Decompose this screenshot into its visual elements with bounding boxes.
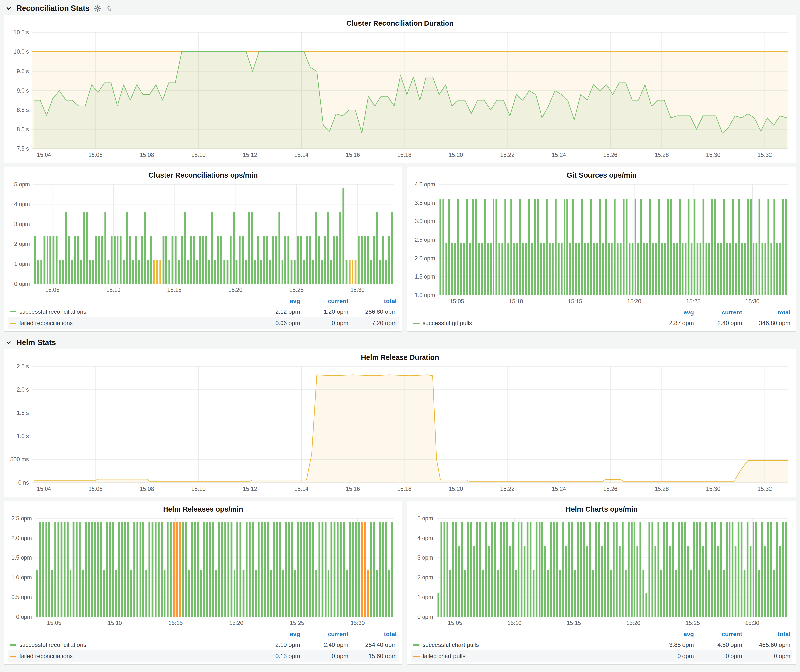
panel-title[interactable]: Cluster Reconciliations ops/min bbox=[8, 170, 398, 181]
legend-value: 0.13 opm bbox=[252, 653, 300, 660]
legend-series-name[interactable]: successful reconciliations bbox=[10, 308, 252, 315]
legend-value: 0.06 opm bbox=[252, 320, 300, 326]
svg-text:15:30: 15:30 bbox=[350, 287, 365, 293]
legend-series-name[interactable]: failed reconciliations bbox=[10, 320, 252, 326]
legend: avgcurrenttotalsuccessful chart pulls3.8… bbox=[411, 628, 792, 662]
legend-value: 0 opm bbox=[742, 653, 790, 660]
legend-sort-avg[interactable]: avg bbox=[252, 298, 300, 305]
svg-text:8.0 s: 8.0 s bbox=[17, 126, 29, 133]
section-title[interactable]: Reconciliation Stats bbox=[16, 4, 90, 13]
svg-text:3 opm: 3 opm bbox=[14, 221, 30, 227]
panel-helm-release-duration: Helm Release Duration 2.5 s2.0 s1.5 s1.0… bbox=[4, 349, 796, 497]
legend-sort-avg[interactable]: avg bbox=[646, 309, 694, 316]
svg-text:15:20: 15:20 bbox=[449, 486, 463, 492]
svg-text:15:15: 15:15 bbox=[567, 620, 581, 626]
legend-sort-current[interactable]: current bbox=[694, 631, 742, 638]
legend-sort-avg[interactable]: avg bbox=[252, 631, 300, 638]
legend-value: 2.12 opm bbox=[252, 308, 300, 315]
svg-text:15:08: 15:08 bbox=[140, 152, 154, 158]
time-series-chart[interactable]: 10.5 s10.0 s9.5 s9.0 s8.5 s8.0 s7.5 s15:… bbox=[8, 29, 792, 160]
legend-row: successful git pulls2.87 opm2.40 opm346.… bbox=[411, 317, 792, 329]
legend-sort-avg[interactable]: avg bbox=[646, 631, 694, 638]
svg-text:2 opm: 2 opm bbox=[14, 241, 30, 247]
svg-text:1.0 opm: 1.0 opm bbox=[11, 574, 32, 581]
series-color-dash bbox=[413, 323, 419, 324]
panel-helm-charts: Helm Charts ops/min 5 opm4 opm3 opm2 opm… bbox=[407, 501, 796, 665]
legend-value: 0 opm bbox=[300, 320, 348, 326]
svg-text:0 opm: 0 opm bbox=[417, 614, 433, 620]
svg-text:15:18: 15:18 bbox=[397, 152, 412, 158]
legend-sort-current[interactable]: current bbox=[300, 298, 348, 305]
legend-value: 0 opm bbox=[300, 653, 348, 660]
bar-chart[interactable]: 5 opm4 opm3 opm2 opm1 opm0 opm15:0515:10… bbox=[8, 181, 398, 295]
legend-series-name[interactable]: successful chart pulls bbox=[413, 641, 646, 648]
svg-text:15:15: 15:15 bbox=[167, 287, 182, 293]
legend-value: 465.60 opm bbox=[742, 641, 790, 648]
series-color-dash bbox=[10, 323, 16, 324]
panel-title[interactable]: Helm Release Duration bbox=[8, 353, 792, 363]
legend-series-name[interactable]: successful git pulls bbox=[413, 320, 646, 326]
svg-text:9.0 s: 9.0 s bbox=[17, 87, 29, 94]
svg-text:15:32: 15:32 bbox=[758, 486, 772, 492]
panel-title[interactable]: Git Sources ops/min bbox=[411, 170, 792, 181]
panel-title[interactable]: Cluster Reconciliation Duration bbox=[8, 19, 792, 29]
svg-text:15:20: 15:20 bbox=[228, 287, 243, 293]
panel-cluster-reconciliation-duration: Cluster Reconciliation Duration 10.5 s10… bbox=[4, 15, 796, 163]
legend-series-name[interactable]: failed reconciliations bbox=[10, 653, 252, 660]
gear-icon[interactable] bbox=[94, 5, 101, 12]
svg-text:15:14: 15:14 bbox=[294, 486, 309, 492]
trash-icon[interactable] bbox=[106, 5, 113, 12]
legend-sort-total[interactable]: total bbox=[742, 309, 790, 316]
svg-text:15:30: 15:30 bbox=[706, 152, 720, 158]
svg-text:2.5 opm: 2.5 opm bbox=[414, 237, 435, 243]
svg-text:15:10: 15:10 bbox=[191, 486, 206, 492]
panel-row: Cluster Reconciliations ops/min 5 opm4 o… bbox=[4, 167, 796, 331]
svg-text:4 opm: 4 opm bbox=[417, 535, 433, 541]
bar-chart[interactable]: 2.5 opm2.0 opm1.5 opm1.0 opm0.5 opm0 opm… bbox=[8, 515, 398, 628]
chevron-down-icon[interactable] bbox=[5, 5, 12, 12]
panel-title[interactable]: Helm Charts ops/min bbox=[411, 504, 792, 515]
legend-row: successful reconciliations2.10 opm2.40 o… bbox=[8, 639, 398, 650]
svg-text:8.5 s: 8.5 s bbox=[17, 107, 29, 113]
legend-value: 0 opm bbox=[646, 653, 694, 660]
legend: avgcurrenttotalsuccessful reconciliation… bbox=[8, 628, 398, 662]
svg-text:1 opm: 1 opm bbox=[14, 261, 30, 267]
panel-title[interactable]: Helm Releases ops/min bbox=[8, 504, 398, 515]
svg-text:1.5 s: 1.5 s bbox=[17, 410, 29, 416]
svg-text:15:16: 15:16 bbox=[346, 486, 360, 492]
svg-text:15:10: 15:10 bbox=[507, 620, 522, 626]
svg-text:0 opm: 0 opm bbox=[14, 281, 30, 287]
legend-value: 7.20 opm bbox=[348, 320, 397, 326]
chevron-down-icon[interactable] bbox=[5, 339, 12, 346]
svg-text:15:10: 15:10 bbox=[509, 298, 523, 305]
svg-text:15:20: 15:20 bbox=[626, 620, 641, 626]
legend-sort-total[interactable]: total bbox=[348, 631, 397, 638]
svg-text:15:30: 15:30 bbox=[745, 620, 760, 626]
bar-chart[interactable]: 5 opm4 opm3 opm2 opm1 opm0 opm15:0515:10… bbox=[411, 515, 792, 628]
legend-value: 2.40 opm bbox=[694, 320, 742, 326]
legend-sort-total[interactable]: total bbox=[348, 298, 397, 305]
svg-text:15:12: 15:12 bbox=[243, 486, 257, 492]
svg-text:15:10: 15:10 bbox=[191, 152, 206, 158]
legend-sort-current[interactable]: current bbox=[300, 631, 348, 638]
svg-text:15:04: 15:04 bbox=[37, 152, 51, 158]
time-series-chart[interactable]: 2.5 s2.0 s1.5 s1.0 s500 ms0 ns15:0415:06… bbox=[8, 363, 792, 494]
svg-text:15:24: 15:24 bbox=[552, 486, 566, 492]
legend-sort-current[interactable]: current bbox=[694, 309, 742, 316]
svg-text:15:25: 15:25 bbox=[686, 298, 701, 305]
svg-text:7.5 s: 7.5 s bbox=[17, 146, 29, 152]
svg-text:2 opm: 2 opm bbox=[417, 574, 433, 581]
svg-text:15:06: 15:06 bbox=[88, 152, 102, 158]
legend-series-name[interactable]: failed chart pulls bbox=[413, 653, 646, 660]
legend-sort-total[interactable]: total bbox=[742, 631, 790, 638]
legend-series-name[interactable]: successful reconciliations bbox=[10, 641, 252, 648]
svg-text:2.5 opm: 2.5 opm bbox=[11, 515, 32, 522]
svg-text:0.5 opm: 0.5 opm bbox=[11, 594, 32, 600]
svg-text:15:25: 15:25 bbox=[289, 287, 304, 293]
section-title[interactable]: Helm Stats bbox=[16, 338, 56, 347]
svg-text:4.0 opm: 4.0 opm bbox=[414, 181, 435, 187]
legend-header-row: avgcurrenttotal bbox=[411, 307, 792, 317]
section-header-helm-stats: Helm Stats bbox=[4, 336, 796, 349]
bar-chart[interactable]: 4.0 opm3.5 opm3.0 opm2.5 opm2.0 opm1.5 o… bbox=[411, 181, 792, 307]
svg-text:15:30: 15:30 bbox=[706, 486, 720, 492]
